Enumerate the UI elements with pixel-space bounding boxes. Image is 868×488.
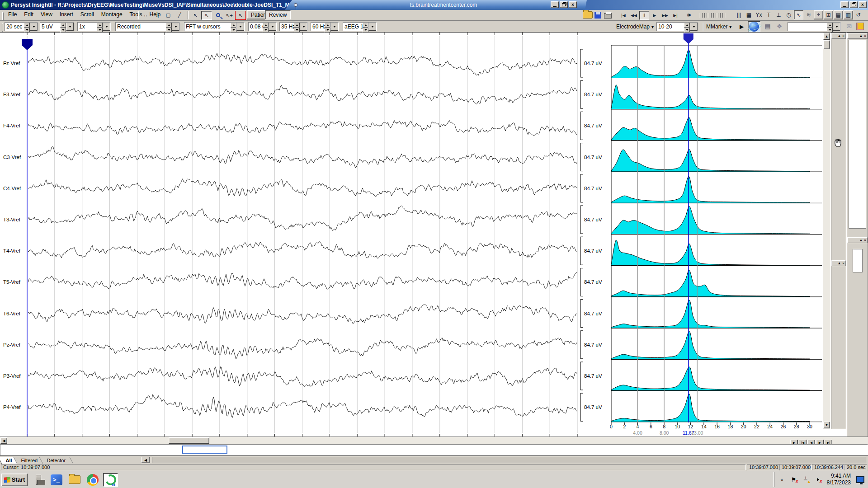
spinner[interactable] bbox=[231, 23, 236, 31]
skip-end-icon[interactable]: ▶| bbox=[670, 11, 680, 20]
sensitivity-combo[interactable]: 5 uV bbox=[40, 22, 74, 31]
annotate-pointer-icon[interactable]: ↖+ bbox=[224, 11, 235, 20]
fit-width-icon[interactable]: ↔ bbox=[140, 10, 151, 19]
vertical-lines-icon[interactable]: ||| bbox=[734, 10, 744, 19]
trend-combo[interactable]: aEEG 1-25 bbox=[343, 22, 377, 31]
play-icon[interactable]: ▶ bbox=[650, 11, 660, 20]
vscroll-thumb[interactable] bbox=[823, 40, 830, 49]
montage-combo[interactable]: Recorded bbox=[115, 22, 180, 31]
rdp-restore-button[interactable] bbox=[560, 1, 568, 8]
spin-down-icon[interactable] bbox=[263, 28, 269, 33]
eeg-chart[interactable]: Fz-Vref84.7 uVF3-Vref84.7 uVF4-Vref84.7 … bbox=[0, 33, 868, 436]
horizontal-scrollbar[interactable]: ◀ ▶|◀◀▶▶| bbox=[0, 436, 868, 444]
spin-down-icon[interactable] bbox=[60, 28, 66, 33]
dropdown-icon[interactable] bbox=[300, 23, 307, 31]
review-mode-button[interactable]: Review bbox=[265, 10, 291, 19]
menu-file[interactable]: File bbox=[5, 10, 20, 19]
axes-icon[interactable]: Yx bbox=[754, 10, 764, 19]
electrode-map-menu[interactable]: ElectrodeMap ▾ bbox=[616, 23, 654, 30]
plug-warning-icon[interactable]: ⏚▲ bbox=[802, 475, 810, 483]
menu-scroll[interactable]: Scroll bbox=[77, 10, 98, 19]
spin-down-icon[interactable] bbox=[325, 28, 330, 33]
clipboard-icon[interactable]: ▤ bbox=[762, 22, 773, 31]
chart-export-icon[interactable] bbox=[856, 23, 864, 30]
skip-start-icon[interactable]: |◀ bbox=[618, 11, 628, 20]
spinner[interactable] bbox=[24, 23, 30, 31]
panel-list-body[interactable] bbox=[849, 40, 866, 229]
zoom-box-icon[interactable]: ▢ bbox=[163, 11, 174, 20]
split-view-icon[interactable]: ÷ bbox=[814, 10, 823, 19]
open-file-icon[interactable] bbox=[582, 10, 593, 19]
time-constant-combo[interactable]: 0.08 sec bbox=[248, 22, 277, 31]
spinner[interactable] bbox=[325, 23, 330, 31]
rdp-monitor-icon[interactable] bbox=[856, 475, 864, 483]
toolbar-grip[interactable] bbox=[2, 12, 4, 20]
text-tool-icon[interactable]: T bbox=[764, 10, 774, 19]
spin-up-icon[interactable] bbox=[166, 23, 172, 28]
spinner[interactable] bbox=[97, 23, 103, 31]
low-filter-combo[interactable]: 35 Hz bbox=[279, 22, 308, 31]
fit-height-icon[interactable]: ↕ bbox=[151, 10, 162, 19]
clock-icon[interactable]: ◷ bbox=[784, 10, 793, 19]
spin-down-icon[interactable] bbox=[294, 28, 300, 33]
taskbar-item-chrome[interactable] bbox=[85, 473, 100, 487]
dropdown-icon[interactable] bbox=[103, 23, 110, 31]
panel-collapse-icon[interactable]: ▲ bbox=[859, 238, 863, 242]
spinner[interactable] bbox=[294, 23, 300, 31]
tray-expand-icon[interactable]: « bbox=[778, 475, 786, 483]
panel-close-icon[interactable]: × bbox=[842, 261, 844, 265]
event-dots-icon[interactable]: ∿ bbox=[794, 10, 803, 19]
record-timebar[interactable] bbox=[0, 444, 868, 455]
mmarker-next-icon[interactable]: ▶ bbox=[740, 23, 744, 30]
volume-muted-icon[interactable]: 🕨✗ bbox=[813, 475, 821, 483]
taskbar-item-persyst[interactable] bbox=[103, 473, 118, 487]
rdp-close-button[interactable]: × bbox=[569, 1, 577, 8]
save-icon[interactable] bbox=[592, 10, 603, 19]
dot-grid-icon[interactable]: ▦ bbox=[744, 10, 754, 19]
spinner[interactable] bbox=[60, 23, 66, 31]
spinner[interactable] bbox=[363, 23, 368, 31]
spin-down-icon[interactable] bbox=[363, 28, 368, 33]
taskbar-item-explorer[interactable] bbox=[67, 473, 82, 487]
marker-drop-icon[interactable]: ⊥ bbox=[774, 10, 783, 19]
zoom-tool-icon[interactable] bbox=[212, 10, 223, 19]
panel-collapse-icon[interactable]: ▲ bbox=[859, 34, 863, 38]
spinner[interactable] bbox=[263, 23, 269, 31]
dropdown-icon[interactable] bbox=[330, 23, 338, 31]
electrode-map-combo[interactable]: 10-20 bbox=[656, 22, 698, 31]
columns-icon[interactable]: ▥ bbox=[844, 10, 853, 19]
window-close-button[interactable]: × bbox=[859, 1, 867, 8]
menu-view[interactable]: View bbox=[37, 10, 56, 19]
scroll-down-icon[interactable]: ▼ bbox=[823, 422, 830, 428]
spin-down-icon[interactable] bbox=[166, 28, 172, 33]
panel-collapse-icon[interactable]: ▲ bbox=[837, 34, 841, 38]
panel-thumb-box[interactable] bbox=[853, 249, 863, 272]
start-button[interactable]: Start bbox=[1, 474, 28, 486]
view-window-indicator[interactable] bbox=[182, 446, 227, 454]
marker-combo[interactable] bbox=[788, 22, 841, 31]
region-pointer-icon[interactable]: ↖ bbox=[235, 11, 246, 20]
spin-down-icon[interactable] bbox=[97, 28, 103, 33]
pointer-icon[interactable]: ↖ bbox=[190, 11, 201, 20]
speaker-icon[interactable]: 🕪 bbox=[684, 10, 694, 19]
spinner[interactable] bbox=[166, 23, 172, 31]
dropdown-icon[interactable] bbox=[368, 23, 376, 31]
menu-edit[interactable]: Edit bbox=[20, 10, 37, 19]
toolbar-grip[interactable] bbox=[2, 23, 3, 32]
dropdown-icon[interactable] bbox=[66, 23, 74, 31]
taskbar-item-powershell[interactable]: >_ bbox=[49, 473, 64, 487]
globe-button[interactable] bbox=[748, 21, 760, 32]
spin-up-icon[interactable] bbox=[231, 23, 236, 28]
print-icon[interactable] bbox=[602, 10, 613, 19]
pause-icon[interactable]: ‖ bbox=[639, 11, 649, 20]
select-pointer-icon[interactable]: ↖ bbox=[201, 11, 212, 20]
network-flag-error-icon[interactable]: ⚑✗ bbox=[790, 475, 798, 483]
panel-close-icon[interactable]: × bbox=[864, 34, 866, 38]
dropdown-icon[interactable] bbox=[269, 23, 276, 31]
mmarker-menu[interactable]: MMarker ▾ bbox=[706, 23, 732, 30]
eeg-cursor-flag-icon[interactable] bbox=[22, 39, 33, 50]
diagonal-measure-icon[interactable]: ╱ bbox=[174, 11, 185, 20]
spin-down-icon[interactable] bbox=[24, 28, 30, 33]
pin-icon[interactable] bbox=[294, 3, 297, 7]
notch-filter-combo[interactable]: 60 Hz bbox=[311, 22, 339, 31]
